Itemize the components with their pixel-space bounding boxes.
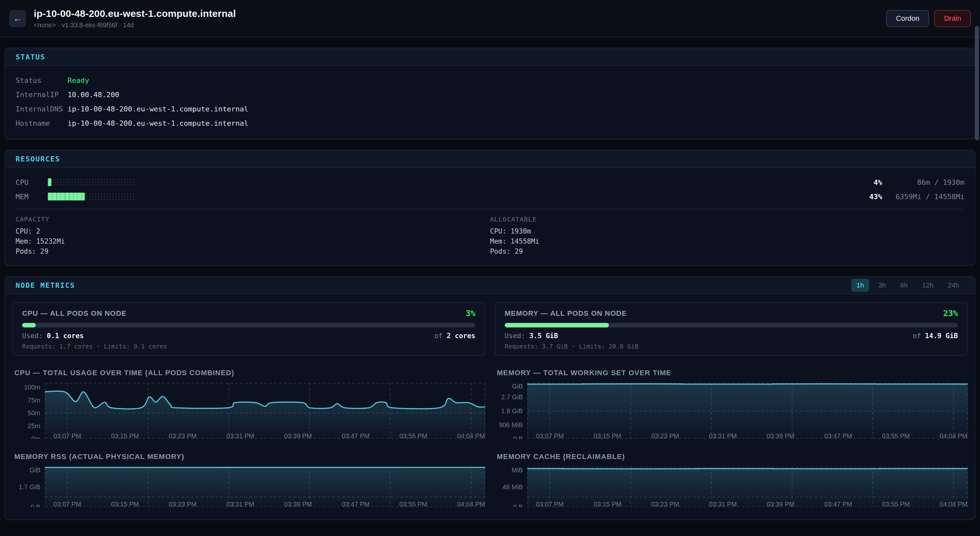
node-metrics-body: CPU — ALL PODS ON NODE 3% Used: 0.1 core… [5, 294, 975, 519]
memory-total-text: of 14.9 GiB [913, 332, 958, 340]
memory-used-text: Used: 3.5 GiB [504, 332, 558, 340]
time-range-6h[interactable]: 6h [895, 279, 913, 292]
page-subtitle: <none> · v1.33.8-eks-f69f56f · 14d [34, 21, 236, 29]
resources-section-header: RESOURCES [5, 150, 975, 168]
status-section: STATUS StatusReadyInternalIP10.00.48.200… [5, 48, 975, 139]
allocatable-column: ALLOCATABLE CPU: 1930mMem: 14558MiPods: … [490, 215, 964, 257]
y-axis-labels: 0 B1.7 GiB3.4 GiB [12, 467, 45, 507]
cpu-used-text: Used: 0.1 cores [22, 332, 84, 340]
y-axis-label: 25m [28, 423, 40, 429]
resource-usage-row: CPU4%86m / 1930m [16, 175, 964, 189]
capacity-allocatable-grid: CAPACITY CPU: 2Mem: 15232MiPods: 29 ALLO… [16, 215, 964, 257]
memory-working-set-chart: MEMORY — TOTAL WORKING SET OVER TIME0 B9… [495, 369, 968, 442]
status-row-label: InternalIP [16, 91, 68, 99]
x-axis-label: 03:31 PM [709, 501, 737, 508]
x-axis-labels: 03:07 PM03:15 PM03:23 PM03:31 PM03:39 PM… [45, 428, 485, 442]
allocatable-title: ALLOCATABLE [490, 215, 964, 223]
resources-section: RESOURCES CPU4%86m / 1930mMEM43%6359Mi /… [5, 150, 975, 266]
node-detail-content: STATUS StatusReadyInternalIP10.00.48.200… [0, 48, 980, 520]
time-range-1h[interactable]: 1h [851, 279, 869, 292]
y-axis-label: 0m [31, 436, 40, 439]
capacity-line: CPU: 2 [16, 226, 490, 237]
memory-gauge-title: MEMORY — ALL PODS ON NODE [504, 309, 627, 318]
time-range-24h[interactable]: 24h [943, 279, 964, 292]
back-button[interactable]: ← [9, 10, 26, 27]
capacity-title: CAPACITY [16, 215, 490, 223]
time-range-3h[interactable]: 3h [873, 279, 891, 292]
node-metrics-section: NODE METRICS 1h3h6h12h24h CPU — ALL PODS… [5, 276, 975, 520]
y-axis-label: 95 MiB [512, 467, 523, 474]
series-line [45, 391, 485, 409]
x-axis-label: 03:47 PM [342, 433, 370, 440]
y-axis-label: 3.5 GiB [512, 383, 523, 390]
x-axis-label: 03:39 PM [284, 501, 312, 508]
status-row-label: Hostname [16, 119, 68, 127]
status-section-header: STATUS [5, 48, 975, 66]
x-axis-label: 03:47 PM [824, 433, 852, 440]
node-metrics-header: NODE METRICS 1h3h6h12h24h [5, 277, 975, 294]
cpu-total-text: of 2 cores [434, 332, 476, 340]
chart-title: CPU — TOTAL USAGE OVER TIME (ALL PODS CO… [14, 369, 485, 377]
cpu-usage-chart: CPU — TOTAL USAGE OVER TIME (ALL PODS CO… [12, 369, 485, 442]
cpu-gauge-bar [22, 323, 476, 328]
capacity-line: CPU: 1930m [490, 226, 964, 237]
x-axis-label: 03:15 PM [593, 501, 622, 508]
y-axis-label: 50m [28, 410, 40, 417]
x-axis-label: 03:31 PM [226, 501, 255, 508]
gauge-cards: CPU — ALL PODS ON NODE 3% Used: 0.1 core… [12, 302, 968, 356]
resource-usage-bars: CPU4%86m / 1930mMEM43%6359Mi / 14558Mi [16, 175, 964, 204]
x-axis-label: 03:39 PM [767, 501, 794, 508]
resource-bar [48, 178, 134, 186]
capacity-lines: CPU: 2Mem: 15232MiPods: 29 [16, 226, 490, 257]
y-axis-labels: 0 B48 MiB95 MiB [495, 467, 527, 507]
y-axis-label: 0 B [513, 504, 523, 507]
scrollbar-thumb[interactable] [975, 26, 979, 140]
x-axis-label: 03:39 PM [284, 433, 312, 440]
x-axis-label: 03:31 PM [709, 433, 737, 440]
cordon-button[interactable]: Cordon [886, 10, 929, 27]
resource-bar-fill [48, 192, 85, 200]
status-row: InternalIP10.00.48.200 [16, 87, 964, 102]
y-axis-label: 100m [24, 384, 40, 390]
capacity-column: CAPACITY CPU: 2Mem: 15232MiPods: 29 [16, 215, 490, 257]
y-axis-label: 1.7 GiB [19, 484, 40, 490]
x-axis-label: 04:04 PM [457, 501, 485, 508]
x-axis-label: 03:07 PM [536, 433, 564, 440]
resources-body: CPU4%86m / 1930mMEM43%6359Mi / 14558Mi C… [5, 168, 975, 265]
resource-bar [48, 192, 134, 200]
resource-percent: 4% [874, 178, 883, 186]
resources-divider [16, 209, 964, 210]
x-axis-label: 04:04 PM [457, 433, 485, 440]
cpu-all-pods-card: CPU — ALL PODS ON NODE 3% Used: 0.1 core… [12, 302, 485, 356]
node-metrics-title: NODE METRICS [16, 282, 75, 289]
x-axis-label: 03:31 PM [226, 433, 255, 440]
status-row-label: InternalDNS [16, 105, 68, 113]
status-row-value: 10.00.48.200 [68, 91, 119, 99]
status-section-title: STATUS [16, 53, 45, 61]
x-axis-label: 04:04 PM [940, 433, 968, 440]
status-rows: StatusReadyInternalIP10.00.48.200Interna… [5, 66, 975, 139]
memory-all-pods-card: MEMORY — ALL PODS ON NODE 23% Used: 3.5 … [495, 302, 968, 356]
resources-section-title: RESOURCES [16, 155, 60, 163]
x-axis-label: 03:15 PM [593, 433, 622, 440]
chart-title: MEMORY RSS (ACTUAL PHYSICAL MEMORY) [14, 453, 485, 461]
y-axis-labels: 0m25m50m75m100m [12, 383, 45, 439]
capacity-line: Pods: 29 [490, 247, 964, 257]
status-row-value: Ready [68, 76, 89, 84]
time-range-12h[interactable]: 12h [917, 279, 939, 292]
capacity-line: Pods: 29 [16, 247, 490, 257]
x-axis-label: 03:07 PM [53, 501, 81, 508]
drain-button[interactable]: Drain [934, 10, 971, 27]
memory-gauge-bar [504, 323, 958, 328]
y-axis-label: 906 MiB [499, 421, 523, 428]
y-axis-label: 48 MiB [503, 484, 523, 490]
status-row: InternalDNSip-10-00-48-200.eu-west-1.com… [16, 102, 964, 116]
series-line [527, 468, 968, 469]
y-axis-label: 75m [28, 397, 40, 404]
series-line [527, 384, 968, 384]
chart-title: MEMORY — TOTAL WORKING SET OVER TIME [497, 369, 968, 377]
x-axis-label: 03:07 PM [536, 501, 564, 508]
memory-requests-limits: Requests: 3.7 GiB · Limits: 20.6 GiB [504, 343, 958, 350]
memory-cache-chart: MEMORY CACHE (RECLAIMABLE)0 B48 MiB95 Mi… [495, 453, 968, 510]
cpu-gauge-fill [22, 323, 36, 328]
